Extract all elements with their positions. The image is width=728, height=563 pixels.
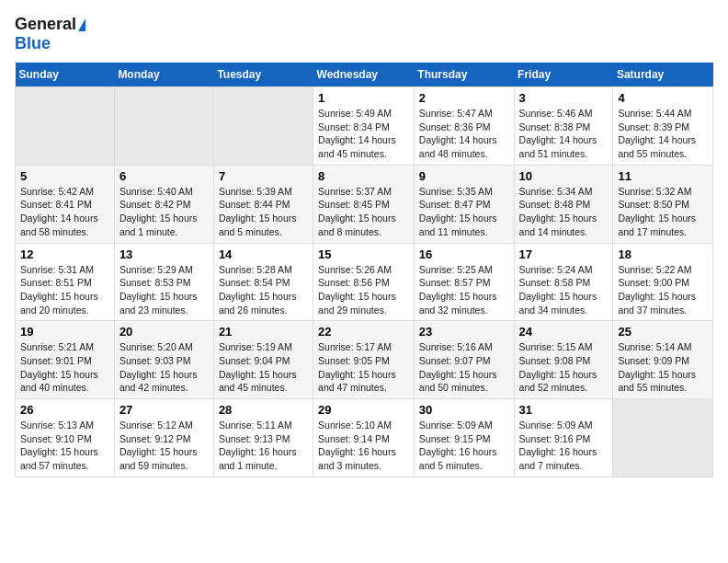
- cell-sun-info: Sunrise: 5:46 AMSunset: 8:38 PMDaylight:…: [519, 107, 609, 161]
- dow-header-saturday: Saturday: [613, 63, 713, 87]
- day-number: 5: [20, 169, 109, 183]
- day-number: 23: [419, 325, 509, 339]
- day-number: 29: [318, 403, 409, 417]
- day-number: 22: [318, 325, 409, 339]
- calendar-cell: [213, 87, 313, 166]
- cell-sun-info: Sunrise: 5:11 AMSunset: 9:13 PMDaylight:…: [219, 419, 308, 473]
- calendar-cell: 11Sunrise: 5:32 AMSunset: 8:50 PMDayligh…: [613, 165, 713, 243]
- days-of-week-row: SundayMondayTuesdayWednesdayThursdayFrid…: [16, 63, 713, 87]
- calendar-cell: 9Sunrise: 5:35 AMSunset: 8:47 PMDaylight…: [414, 165, 514, 243]
- cell-sun-info: Sunrise: 5:28 AMSunset: 8:54 PMDaylight:…: [219, 263, 308, 317]
- calendar-cell: 17Sunrise: 5:24 AMSunset: 8:58 PMDayligh…: [514, 243, 613, 321]
- cell-sun-info: Sunrise: 5:10 AMSunset: 9:14 PMDaylight:…: [318, 419, 409, 473]
- dow-header-sunday: Sunday: [16, 63, 115, 87]
- page-header: General Blue: [15, 15, 713, 53]
- calendar-cell: 16Sunrise: 5:25 AMSunset: 8:57 PMDayligh…: [414, 243, 514, 321]
- cell-sun-info: Sunrise: 5:40 AMSunset: 8:42 PMDaylight:…: [119, 185, 209, 239]
- dow-header-thursday: Thursday: [414, 63, 514, 87]
- day-number: 17: [519, 247, 609, 261]
- cell-sun-info: Sunrise: 5:31 AMSunset: 8:51 PMDaylight:…: [20, 263, 109, 317]
- calendar-cell: 21Sunrise: 5:19 AMSunset: 9:04 PMDayligh…: [213, 321, 313, 399]
- calendar-cell: 12Sunrise: 5:31 AMSunset: 8:51 PMDayligh…: [16, 243, 115, 321]
- cell-sun-info: Sunrise: 5:29 AMSunset: 8:53 PMDaylight:…: [119, 263, 209, 317]
- calendar-cell: 2Sunrise: 5:47 AMSunset: 8:36 PMDaylight…: [414, 87, 514, 166]
- calendar-cell: 26Sunrise: 5:13 AMSunset: 9:10 PMDayligh…: [16, 399, 115, 477]
- calendar-cell: 31Sunrise: 5:09 AMSunset: 9:16 PMDayligh…: [514, 399, 613, 477]
- cell-sun-info: Sunrise: 5:39 AMSunset: 8:44 PMDaylight:…: [219, 185, 308, 239]
- cell-sun-info: Sunrise: 5:09 AMSunset: 9:15 PMDaylight:…: [419, 419, 509, 473]
- day-number: 20: [119, 325, 209, 339]
- cell-sun-info: Sunrise: 5:13 AMSunset: 9:10 PMDaylight:…: [20, 419, 109, 473]
- calendar-cell: 28Sunrise: 5:11 AMSunset: 9:13 PMDayligh…: [213, 399, 313, 477]
- logo: General Blue: [15, 15, 85, 53]
- cell-sun-info: Sunrise: 5:09 AMSunset: 9:16 PMDaylight:…: [519, 419, 609, 473]
- day-number: 7: [219, 169, 308, 183]
- day-number: 9: [419, 169, 509, 183]
- day-number: 19: [20, 325, 109, 339]
- calendar-cell: 25Sunrise: 5:14 AMSunset: 9:09 PMDayligh…: [613, 321, 713, 399]
- calendar-table: SundayMondayTuesdayWednesdayThursdayFrid…: [15, 63, 713, 477]
- day-number: 3: [519, 91, 609, 105]
- day-number: 14: [219, 247, 308, 261]
- cell-sun-info: Sunrise: 5:14 AMSunset: 9:09 PMDaylight:…: [618, 340, 708, 395]
- calendar-week-5: 26Sunrise: 5:13 AMSunset: 9:10 PMDayligh…: [16, 399, 713, 477]
- dow-header-wednesday: Wednesday: [313, 63, 415, 87]
- cell-sun-info: Sunrise: 5:42 AMSunset: 8:41 PMDaylight:…: [20, 185, 109, 239]
- logo-blue-text: Blue: [15, 34, 51, 53]
- calendar-cell: 13Sunrise: 5:29 AMSunset: 8:53 PMDayligh…: [114, 243, 213, 321]
- day-number: 4: [618, 91, 708, 105]
- cell-sun-info: Sunrise: 5:15 AMSunset: 9:08 PMDaylight:…: [519, 340, 609, 395]
- cell-sun-info: Sunrise: 5:16 AMSunset: 9:07 PMDaylight:…: [419, 340, 509, 395]
- calendar-cell: 8Sunrise: 5:37 AMSunset: 8:45 PMDaylight…: [313, 165, 415, 243]
- day-number: 21: [219, 325, 308, 339]
- logo-icon: [78, 18, 85, 31]
- day-number: 28: [219, 403, 308, 417]
- day-number: 8: [318, 169, 409, 183]
- cell-sun-info: Sunrise: 5:49 AMSunset: 8:34 PMDaylight:…: [318, 107, 409, 161]
- calendar-cell: 4Sunrise: 5:44 AMSunset: 8:39 PMDaylight…: [613, 87, 713, 166]
- calendar-week-1: 1Sunrise: 5:49 AMSunset: 8:34 PMDaylight…: [16, 87, 713, 166]
- cell-sun-info: Sunrise: 5:17 AMSunset: 9:05 PMDaylight:…: [318, 340, 409, 395]
- day-number: 18: [618, 247, 708, 261]
- calendar-cell: 18Sunrise: 5:22 AMSunset: 9:00 PMDayligh…: [613, 243, 713, 321]
- day-number: 16: [419, 247, 509, 261]
- calendar-cell: 10Sunrise: 5:34 AMSunset: 8:48 PMDayligh…: [514, 165, 613, 243]
- cell-sun-info: Sunrise: 5:44 AMSunset: 8:39 PMDaylight:…: [618, 107, 708, 161]
- cell-sun-info: Sunrise: 5:26 AMSunset: 8:56 PMDaylight:…: [318, 263, 409, 317]
- day-number: 11: [618, 169, 708, 183]
- cell-sun-info: Sunrise: 5:47 AMSunset: 8:36 PMDaylight:…: [419, 107, 509, 161]
- cell-sun-info: Sunrise: 5:20 AMSunset: 9:03 PMDaylight:…: [119, 340, 209, 395]
- cell-sun-info: Sunrise: 5:24 AMSunset: 8:58 PMDaylight:…: [519, 263, 609, 317]
- calendar-cell: 3Sunrise: 5:46 AMSunset: 8:38 PMDaylight…: [514, 87, 613, 166]
- day-number: 13: [119, 247, 209, 261]
- cell-sun-info: Sunrise: 5:21 AMSunset: 9:01 PMDaylight:…: [20, 340, 109, 395]
- calendar-week-2: 5Sunrise: 5:42 AMSunset: 8:41 PMDaylight…: [16, 165, 713, 243]
- calendar-cell: [114, 87, 213, 166]
- day-number: 10: [519, 169, 609, 183]
- calendar-cell: 5Sunrise: 5:42 AMSunset: 8:41 PMDaylight…: [16, 165, 115, 243]
- dow-header-friday: Friday: [514, 63, 613, 87]
- cell-sun-info: Sunrise: 5:34 AMSunset: 8:48 PMDaylight:…: [519, 185, 609, 239]
- calendar-week-3: 12Sunrise: 5:31 AMSunset: 8:51 PMDayligh…: [16, 243, 713, 321]
- calendar-cell: 19Sunrise: 5:21 AMSunset: 9:01 PMDayligh…: [16, 321, 115, 399]
- day-number: 1: [318, 91, 409, 105]
- calendar-cell: 24Sunrise: 5:15 AMSunset: 9:08 PMDayligh…: [514, 321, 613, 399]
- calendar-cell: 15Sunrise: 5:26 AMSunset: 8:56 PMDayligh…: [313, 243, 415, 321]
- day-number: 25: [618, 325, 708, 339]
- day-number: 30: [419, 403, 509, 417]
- cell-sun-info: Sunrise: 5:37 AMSunset: 8:45 PMDaylight:…: [318, 185, 409, 239]
- calendar-cell: 7Sunrise: 5:39 AMSunset: 8:44 PMDaylight…: [213, 165, 313, 243]
- day-number: 6: [119, 169, 209, 183]
- dow-header-monday: Monday: [114, 63, 213, 87]
- calendar-cell: 1Sunrise: 5:49 AMSunset: 8:34 PMDaylight…: [313, 87, 415, 166]
- day-number: 24: [519, 325, 609, 339]
- day-number: 2: [419, 91, 509, 105]
- calendar-cell: 20Sunrise: 5:20 AMSunset: 9:03 PMDayligh…: [114, 321, 213, 399]
- cell-sun-info: Sunrise: 5:25 AMSunset: 8:57 PMDaylight:…: [419, 263, 509, 317]
- day-number: 15: [318, 247, 409, 261]
- calendar-cell: 29Sunrise: 5:10 AMSunset: 9:14 PMDayligh…: [313, 399, 415, 477]
- day-number: 26: [20, 403, 109, 417]
- calendar-cell: 6Sunrise: 5:40 AMSunset: 8:42 PMDaylight…: [114, 165, 213, 243]
- day-number: 31: [519, 403, 609, 417]
- day-number: 27: [119, 403, 209, 417]
